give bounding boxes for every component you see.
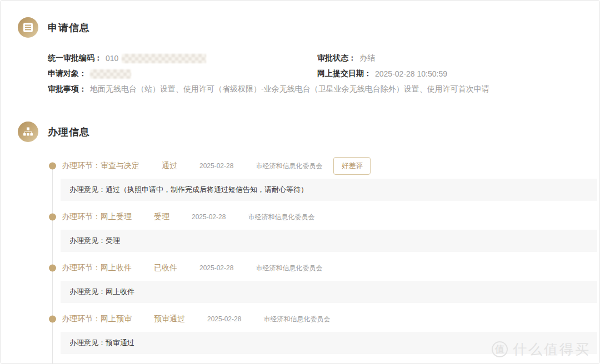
field-approval-status: 审批状态： 办结 — [317, 53, 599, 63]
step-opinion-text: 办理意见：受理 — [69, 236, 120, 246]
step-department: 市经济和信息化委员会 — [256, 161, 322, 171]
field-submit-date-value: 2025-02-28 10:50:59 — [375, 69, 447, 78]
step-opinion-box: 办理意见：受理 — [61, 230, 597, 252]
application-info-title: 申请信息 — [48, 21, 90, 34]
field-approval-status-value: 办结 — [359, 53, 375, 63]
step-stage-label: 办理环节：网上受理 — [62, 212, 132, 222]
step-opinion-text: 办理意见：通过（执照申请中，制作完成后将通过短信告知，请耐心等待） — [69, 185, 308, 195]
timeline-dot-icon — [49, 316, 56, 323]
smzdm-logo-icon: 值 — [492, 341, 508, 357]
step-opinion-text: 办理意见：预审通过 — [69, 338, 134, 348]
timeline-step-header: 办理环节：网上受理 受理 2025-02-28 市经济和信息化委员会 — [62, 210, 597, 224]
step-department: 市经济和信息化委员会 — [256, 264, 322, 273]
redacted-approval-code-block — [122, 54, 206, 63]
redacted-applicant-block — [90, 69, 131, 79]
sitemap-icon — [18, 122, 38, 142]
field-approval-code: 统一审批编码： 010 — [48, 53, 317, 63]
timeline-dot-icon — [49, 163, 56, 170]
step-stage-label: 办理环节：网上收件 — [62, 263, 132, 273]
step-opinion-box: 办理意见：通过（执照申请中，制作完成后将通过短信告知，请耐心等待） — [61, 179, 597, 201]
field-applicant: 申请对象： — [48, 69, 317, 79]
field-submit-date: 网上提交日期： 2025-02-28 10:50:59 — [317, 69, 599, 79]
field-approval-status-label: 审批状态： — [317, 53, 356, 63]
timeline-dot-icon — [49, 265, 56, 272]
step-date: 2025-02-28 — [199, 162, 233, 170]
field-submit-date-label: 网上提交日期： — [317, 69, 372, 79]
field-applicant-label: 申请对象： — [48, 69, 87, 79]
review-rating-button[interactable]: 好差评 — [333, 157, 371, 175]
step-status: 受理 — [154, 212, 169, 222]
step-date: 2025-02-28 — [207, 315, 241, 323]
smzdm-watermark: 值 什么值得买 — [492, 340, 591, 358]
smzdm-watermark-text: 什么值得买 — [513, 340, 591, 358]
field-approval-matter-label: 审批事项： — [48, 84, 87, 94]
step-stage-label: 办理环节：网上预审 — [62, 314, 132, 324]
step-department: 市经济和信息化委员会 — [248, 213, 314, 222]
step-stage-label: 办理环节：审查与决定 — [62, 161, 139, 171]
step-status: 已收件 — [154, 263, 177, 273]
field-approval-matter-value: 地面无线电台（站）设置、使用许可（省级权限）-业余无线电台（卫星业余无线电台除外… — [90, 84, 489, 94]
step-date: 2025-02-28 — [199, 264, 233, 272]
field-approval-matter: 审批事项： 地面无线电台（站）设置、使用许可（省级权限）-业余无线电台（卫星业余… — [48, 84, 489, 94]
approval-detail-card: 申请信息 统一审批编码： 010 审批状态： 办结 申请对象： 网上提交日期： … — [0, 0, 600, 364]
application-info-header: 申请信息 — [18, 17, 599, 38]
timeline-step-header: 办理环节：网上预审 预审通过 2025-02-28 市经济和信息化委员会 — [62, 312, 597, 326]
step-date: 2025-02-28 — [192, 213, 226, 221]
step-status: 预审通过 — [154, 314, 185, 324]
field-approval-code-value: 010 — [106, 54, 118, 63]
step-department: 市经济和信息化委员会 — [263, 315, 330, 324]
timeline-dot-icon — [49, 214, 56, 221]
field-approval-code-label: 统一审批编码： — [48, 53, 102, 63]
processing-info-title: 办理信息 — [48, 125, 90, 139]
application-info-fields: 统一审批编码： 010 审批状态： 办结 申请对象： 网上提交日期： 2025-… — [48, 50, 599, 97]
processing-timeline: 办理环节：审查与决定 通过 2025-02-28 市经济和信息化委员会 好差评 … — [62, 159, 597, 364]
timeline-step-header: 办理环节：审查与决定 通过 2025-02-28 市经济和信息化委员会 好差评 — [62, 159, 597, 173]
timeline-step-header: 办理环节：网上收件 已收件 2025-02-28 市经济和信息化委员会 — [62, 261, 597, 275]
processing-info-header: 办理信息 — [18, 122, 599, 142]
document-list-icon — [18, 17, 38, 38]
step-opinion-box: 办理意见：网上收件 — [61, 281, 597, 303]
step-status: 通过 — [162, 161, 177, 171]
step-opinion-text: 办理意见：网上收件 — [69, 287, 134, 297]
